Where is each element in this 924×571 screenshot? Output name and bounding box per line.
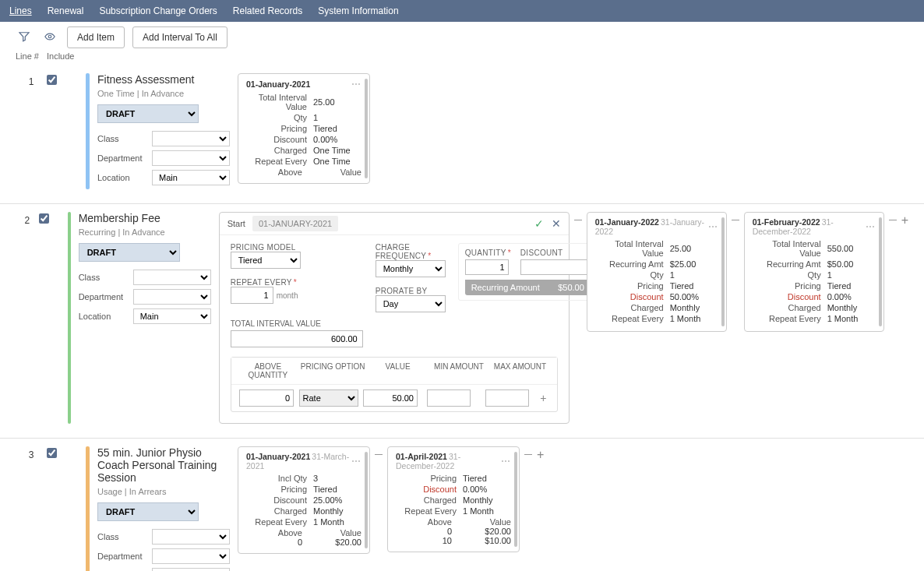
tab-bar: Lines Renewal Subscription Change Orders… bbox=[0, 0, 924, 22]
tiv-input[interactable] bbox=[231, 330, 363, 347]
class-label: Class bbox=[97, 134, 152, 143]
item-name: 55 min. Junior Physio Coach Personal Tra… bbox=[97, 446, 230, 484]
class-select[interactable] bbox=[152, 529, 230, 545]
tab-renewal[interactable]: Renewal bbox=[48, 5, 84, 16]
interval-card[interactable]: 01-January-202231-January-2022 ⋯ Total I… bbox=[587, 212, 727, 332]
val: 25.00% bbox=[313, 495, 361, 505]
header-include: Include bbox=[47, 51, 86, 61]
interval-card[interactable]: 01-April-202131-December-2022 ⋯ PricingT… bbox=[387, 446, 520, 552]
val-discount: 0.00% bbox=[463, 485, 511, 494]
scrollbar[interactable] bbox=[365, 452, 368, 548]
tier-above-input[interactable] bbox=[239, 389, 294, 407]
value-qty: 1 bbox=[313, 113, 361, 122]
scrollbar[interactable] bbox=[879, 217, 882, 326]
tab-lines[interactable]: Lines bbox=[9, 5, 32, 16]
interval-menu-icon[interactable]: ⋯ bbox=[351, 456, 361, 467]
recurring-amount-bar: Recurring Amount $50.00 bbox=[465, 280, 591, 295]
status-select[interactable]: DRAFT bbox=[79, 243, 180, 262]
tier-max-input[interactable] bbox=[485, 389, 529, 407]
close-icon[interactable]: ✕ bbox=[552, 217, 561, 230]
value-discount: 0.00% bbox=[313, 135, 361, 144]
tier-option-select[interactable]: Rate bbox=[299, 389, 358, 407]
include-checkbox[interactable] bbox=[39, 213, 49, 224]
class-select[interactable] bbox=[133, 270, 211, 285]
lbl: Total Interval Value bbox=[595, 239, 664, 258]
tier-value-head: Value bbox=[315, 528, 361, 538]
quantity-block: QUANTITY DISCOUNT Recurring Amount bbox=[458, 243, 598, 301]
quantity-input[interactable] bbox=[465, 259, 509, 275]
class-select[interactable] bbox=[152, 131, 230, 146]
tab-subscription-change-orders[interactable]: Subscription Change Orders bbox=[99, 5, 217, 16]
lbl: Repeat Every bbox=[396, 506, 457, 516]
add-tier-icon[interactable]: + bbox=[536, 392, 551, 404]
interval-menu-icon[interactable]: ⋯ bbox=[501, 456, 511, 467]
charge-freq-select[interactable]: Monthly bbox=[376, 260, 446, 277]
tier-value-input[interactable] bbox=[363, 389, 418, 407]
prorate-select[interactable]: Day bbox=[376, 295, 446, 312]
location-select[interactable]: Main bbox=[133, 308, 211, 324]
department-select[interactable] bbox=[133, 289, 211, 305]
interval-start-date: 01-January-2021 bbox=[246, 452, 310, 461]
confirm-icon[interactable]: ✓ bbox=[534, 217, 544, 230]
add-item-button[interactable]: Add Item bbox=[67, 26, 125, 48]
val: 3 bbox=[313, 474, 361, 483]
val: 1 bbox=[670, 270, 718, 280]
location-select[interactable] bbox=[152, 568, 230, 571]
label-repeat: Repeat Every bbox=[246, 157, 307, 166]
department-select[interactable] bbox=[152, 548, 230, 564]
lbl: Charged bbox=[753, 303, 821, 312]
add-interval-icon[interactable]: + bbox=[537, 448, 544, 462]
line-accent-bar bbox=[86, 73, 90, 189]
status-select[interactable]: DRAFT bbox=[97, 104, 199, 123]
interval-card[interactable]: 01-January-2021 ⋯ Total Interval Value25… bbox=[238, 73, 370, 184]
label-charged: Charged bbox=[246, 146, 307, 155]
col-pricing-option: PRICING OPTION bbox=[298, 362, 367, 379]
scrollbar[interactable] bbox=[365, 79, 368, 178]
repeat-unit: month bbox=[277, 291, 298, 300]
scrollbar[interactable] bbox=[721, 217, 725, 326]
connector-line bbox=[574, 220, 582, 220]
scrollbar[interactable] bbox=[514, 452, 517, 547]
connector-line bbox=[889, 220, 897, 220]
line-row-1: 1 Fitness Assessment One Time | In Advan… bbox=[0, 65, 924, 204]
tier-value: $10.00 bbox=[464, 536, 511, 545]
start-date-display[interactable]: 01-JANUARY-2021 bbox=[252, 216, 338, 231]
location-select[interactable]: Main bbox=[152, 170, 230, 185]
interval-menu-icon[interactable]: ⋯ bbox=[708, 221, 718, 232]
val: Monthly bbox=[463, 495, 511, 505]
repeat-every-input[interactable] bbox=[231, 287, 273, 304]
department-select[interactable] bbox=[152, 150, 230, 166]
label-discount: Discount bbox=[246, 135, 307, 144]
interval-card[interactable]: 01-February-202231-December-2022 ⋯ Total… bbox=[744, 212, 884, 332]
tab-system-information[interactable]: System Information bbox=[318, 5, 398, 16]
line-number: 2 bbox=[16, 212, 39, 226]
add-interval-icon[interactable]: + bbox=[901, 213, 908, 227]
interval-card[interactable]: 01-January-202131-March-2021 ⋯ Incl Qty3… bbox=[238, 446, 370, 554]
val: Monthly bbox=[313, 506, 361, 516]
add-interval-to-all-button[interactable]: Add Interval To All bbox=[132, 26, 227, 48]
status-select[interactable]: DRAFT bbox=[97, 502, 199, 521]
tier-min-input[interactable] bbox=[427, 389, 471, 407]
include-checkbox[interactable] bbox=[47, 448, 57, 458]
interval-menu-icon[interactable]: ⋯ bbox=[866, 221, 876, 232]
include-checkbox[interactable] bbox=[47, 75, 57, 85]
class-label: Class bbox=[97, 532, 152, 541]
discount-input[interactable] bbox=[520, 259, 591, 275]
lbl: Qty bbox=[753, 270, 821, 280]
val: Tiered bbox=[313, 485, 361, 494]
val: $50.00 bbox=[827, 259, 876, 269]
connector-line bbox=[524, 454, 532, 455]
tier-value: $20.00 bbox=[315, 538, 361, 547]
pricing-model-select[interactable]: Tiered bbox=[231, 252, 301, 269]
lbl: Charged bbox=[246, 506, 307, 516]
interval-start-date: 01-January-2022 bbox=[595, 217, 659, 227]
eye-icon[interactable] bbox=[41, 28, 59, 48]
connector-line bbox=[375, 454, 383, 455]
lbl: Qty bbox=[595, 270, 664, 280]
col-max: MAX AMOUNT bbox=[489, 362, 550, 379]
lbl: Pricing bbox=[753, 281, 821, 291]
filter-icon[interactable] bbox=[16, 28, 33, 48]
interval-menu-icon[interactable]: ⋯ bbox=[351, 79, 361, 90]
label-pricing: Pricing bbox=[246, 124, 307, 133]
tab-related-records[interactable]: Related Records bbox=[233, 5, 302, 16]
